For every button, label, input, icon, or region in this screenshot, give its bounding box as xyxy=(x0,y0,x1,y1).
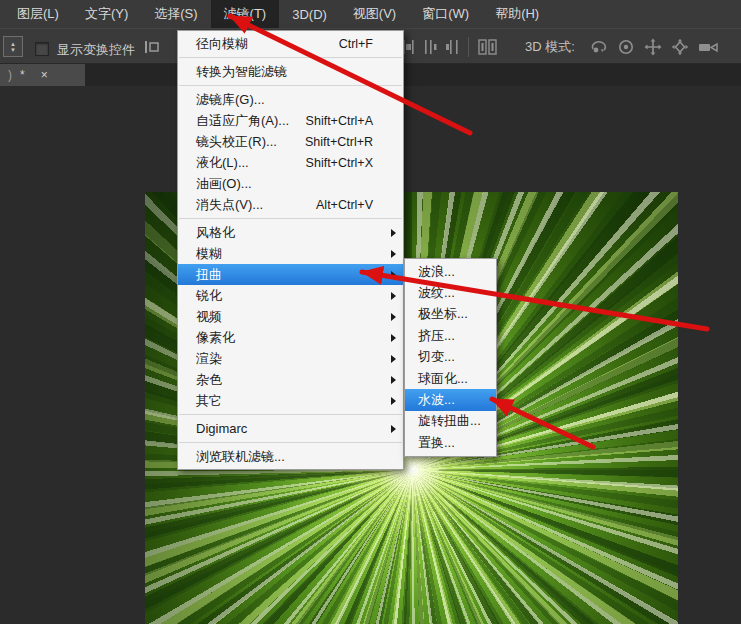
menu-help[interactable]: 帮助(H) xyxy=(482,0,552,28)
menu-separator xyxy=(179,85,402,86)
3d-mode-label: 3D 模式: xyxy=(525,38,575,56)
menu-item-sharpen[interactable]: 锐化 xyxy=(178,285,403,306)
menu-item-liquify[interactable]: 液化(L)...Shift+Ctrl+X xyxy=(178,152,403,173)
submenu-arrow-icon xyxy=(391,334,396,342)
tab-unsaved-marker: * xyxy=(20,68,25,82)
menu-item-browse-filters-online[interactable]: 浏览联机滤镜... xyxy=(178,446,403,467)
submenu-arrow-icon xyxy=(391,271,396,279)
tool-preset-stepper[interactable]: ▲▼ xyxy=(3,36,23,57)
submenu-arrow-icon xyxy=(391,292,396,300)
submenu-arrow-icon xyxy=(391,229,396,237)
menu-item-noise[interactable]: 杂色 xyxy=(178,369,403,390)
menu-layer[interactable]: 图层(L) xyxy=(4,0,72,28)
menu-item-distort[interactable]: 扭曲 xyxy=(178,264,403,285)
filter-dropdown-menu: 径向模糊Ctrl+F 转换为智能滤镜 滤镜库(G)... 自适应广角(A)...… xyxy=(177,30,404,470)
menu-item-convert-smart-filter[interactable]: 转换为智能滤镜 xyxy=(178,61,403,82)
menu-item-filter-gallery[interactable]: 滤镜库(G)... xyxy=(178,89,403,110)
3d-zoom-camera-icon[interactable] xyxy=(698,38,720,56)
menu-item-render[interactable]: 渲染 xyxy=(178,348,403,369)
show-transform-checkbox[interactable] xyxy=(35,42,49,56)
menu-item-blur[interactable]: 模糊 xyxy=(178,243,403,264)
menu-item-other[interactable]: 其它 xyxy=(178,390,403,411)
menu-3d[interactable]: 3D(D) xyxy=(279,0,340,28)
menu-separator xyxy=(179,414,402,415)
submenu-arrow-icon xyxy=(391,313,396,321)
show-transform-label: 显示变换控件 xyxy=(57,41,135,59)
3d-pan-icon[interactable] xyxy=(644,38,662,56)
document-tab[interactable]: ) * × xyxy=(0,64,85,86)
menu-separator xyxy=(179,218,402,219)
shortcut: Alt+Ctrl+V xyxy=(316,198,373,212)
toolbar-divider xyxy=(468,37,469,57)
menu-bar: 图层(L) 文字(Y) 选择(S) 滤镜(T) 3D(D) 视图(V) 窗口(W… xyxy=(0,0,741,28)
menu-separator xyxy=(179,442,402,443)
submenu-item-shear[interactable]: 切变... xyxy=(405,347,496,368)
submenu-item-polar-coordinates[interactable]: 极坐标... xyxy=(405,304,496,325)
3d-orbit-icon[interactable] xyxy=(590,38,608,56)
menu-item-radial-blur[interactable]: 径向模糊Ctrl+F xyxy=(178,33,403,54)
menu-item-digimarc[interactable]: Digimarc xyxy=(178,418,403,439)
3d-slide-icon[interactable] xyxy=(671,38,689,56)
shortcut: Ctrl+F xyxy=(339,37,373,51)
menu-window[interactable]: 窗口(W) xyxy=(409,0,482,28)
distort-submenu: 波浪... 波纹... 极坐标... 挤压... 切变... 球面化... 水波… xyxy=(404,258,497,457)
distribute-spacing-icon[interactable] xyxy=(478,39,498,55)
3d-roll-icon[interactable] xyxy=(617,38,635,56)
shortcut: Shift+Ctrl+A xyxy=(306,114,373,128)
submenu-arrow-icon xyxy=(391,250,396,258)
menu-select[interactable]: 选择(S) xyxy=(141,0,210,28)
distribute-right-icon[interactable] xyxy=(446,39,459,55)
menu-item-pixelate[interactable]: 像素化 xyxy=(178,327,403,348)
down-arrow-icon: ▼ xyxy=(10,47,16,53)
align-top-icon[interactable] xyxy=(143,39,161,55)
menu-item-stylize[interactable]: 风格化 xyxy=(178,222,403,243)
menu-item-vanishing-point[interactable]: 消失点(V)...Alt+Ctrl+V xyxy=(178,194,403,215)
submenu-item-spherize[interactable]: 球面化... xyxy=(405,368,496,389)
submenu-arrow-icon xyxy=(391,425,396,433)
submenu-arrow-icon xyxy=(391,397,396,405)
menu-view[interactable]: 视图(V) xyxy=(340,0,409,28)
menu-item-adaptive-wide-angle[interactable]: 自适应广角(A)...Shift+Ctrl+A xyxy=(178,110,403,131)
menu-item-video[interactable]: 视频 xyxy=(178,306,403,327)
submenu-arrow-icon xyxy=(391,355,396,363)
align-distribute-group: 3D 模式: xyxy=(402,37,720,57)
shortcut: Shift+Ctrl+X xyxy=(306,156,373,170)
menu-type[interactable]: 文字(Y) xyxy=(72,0,141,28)
submenu-item-displace[interactable]: 置换... xyxy=(405,432,496,453)
menu-filter[interactable]: 滤镜(T) xyxy=(211,0,280,28)
submenu-item-ripple[interactable]: 波纹... xyxy=(405,282,496,303)
submenu-arrow-icon xyxy=(391,376,396,384)
distribute-center-icon[interactable] xyxy=(424,39,437,55)
menu-item-oil-paint[interactable]: 油画(O)... xyxy=(178,173,403,194)
submenu-item-wave[interactable]: 波浪... xyxy=(405,261,496,282)
tab-title-fragment: ) xyxy=(8,68,12,82)
menu-separator xyxy=(179,57,402,58)
submenu-item-zigzag[interactable]: 水波... xyxy=(405,389,496,410)
menu-item-lens-correction[interactable]: 镜头校正(R)...Shift+Ctrl+R xyxy=(178,131,403,152)
submenu-item-twirl[interactable]: 旋转扭曲... xyxy=(405,411,496,432)
submenu-item-pinch[interactable]: 挤压... xyxy=(405,325,496,346)
tab-close-icon[interactable]: × xyxy=(41,68,48,82)
shortcut: Shift+Ctrl+R xyxy=(305,135,373,149)
